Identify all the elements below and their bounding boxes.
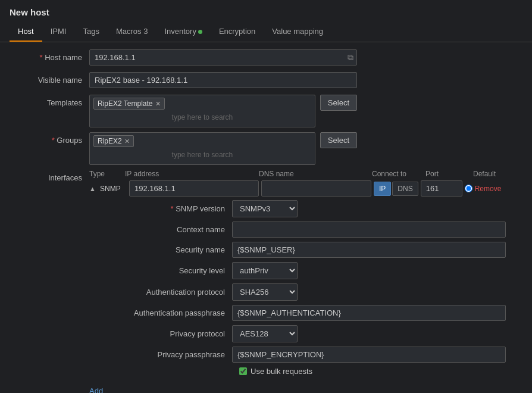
snmp-security-name-label: Security name — [125, 245, 232, 254]
snmp-auth-passphrase-input[interactable] — [232, 305, 506, 321]
interface-row: ▲ SNMP IP DNS Remove — [89, 180, 520, 196]
host-name-control: ⧉ — [89, 49, 357, 66]
templates-select-button[interactable]: Select — [320, 95, 357, 111]
ih-connect-label: Connect to — [372, 170, 425, 178]
tab-inventory[interactable]: Inventory — [156, 22, 210, 42]
ih-dns-label: DNS name — [259, 170, 372, 178]
host-name-input[interactable] — [89, 49, 357, 66]
snmp-details: SNMP version SNMPv3 Context name Securit… — [125, 200, 520, 376]
default-radio-input[interactable] — [465, 185, 472, 192]
host-name-row: Host name ⧉ — [12, 49, 520, 67]
snmp-context-label: Context name — [125, 225, 232, 234]
snmp-security-level-row: Security level authPriv — [125, 262, 520, 279]
template-tag-close[interactable]: ✕ — [155, 100, 161, 108]
tab-tags[interactable]: Tags — [74, 22, 107, 42]
remove-link[interactable]: Remove — [475, 185, 502, 193]
interfaces-label: Interfaces — [12, 170, 89, 182]
template-tag-label: RipEX2 Template — [98, 99, 153, 108]
group-tag-label: RipEX2 — [98, 137, 122, 145]
copy-icon: ⧉ — [348, 52, 353, 63]
snmp-security-name-input[interactable] — [232, 242, 506, 258]
groups-tag-input[interactable]: RipEX2 ✕ type here to search — [89, 132, 315, 165]
connect-ip-button[interactable]: IP — [374, 182, 391, 196]
visible-name-control — [89, 72, 357, 88]
bulk-requests-checkbox[interactable] — [239, 367, 247, 375]
templates-row-with-btn: RipEX2 Template ✕ type here to search Se… — [89, 95, 357, 127]
templates-label: Templates — [12, 95, 89, 107]
visible-name-label: Visible name — [12, 72, 89, 85]
snmp-auth-protocol-row: Authentication protocol SHA256 — [125, 283, 520, 301]
ih-port-label: Port — [425, 170, 473, 178]
host-name-label: Host name — [12, 49, 89, 62]
snmp-privacy-passphrase-label: Privacy passphrase — [125, 350, 232, 359]
interface-port-input[interactable] — [421, 180, 462, 196]
group-tag-close[interactable]: ✕ — [124, 138, 130, 145]
groups-row: Groups RipEX2 ✕ type here to search Sele… — [12, 132, 520, 165]
snmp-auth-protocol-label: Authentication protocol — [125, 288, 232, 297]
collapse-icon[interactable]: ▲ — [89, 185, 98, 192]
groups-placeholder: type here to search — [170, 149, 236, 160]
bulk-requests-row: Use bulk requests — [239, 367, 520, 376]
tab-value-mapping[interactable]: Value mapping — [264, 22, 331, 42]
tab-host[interactable]: Host — [10, 22, 42, 42]
snmp-auth-protocol-select[interactable]: SHA256 — [232, 283, 298, 301]
snmp-privacy-passphrase-row: Privacy passphrase — [125, 347, 520, 363]
window-title: New host — [0, 0, 532, 22]
visible-name-input[interactable] — [89, 72, 357, 88]
ih-default-label: Default — [473, 170, 515, 178]
groups-label: Groups — [12, 132, 89, 145]
snmp-context-row: Context name — [125, 222, 520, 238]
interfaces-section: Interfaces Type IP address DNS name Conn… — [12, 170, 520, 376]
connect-group: IP DNS — [374, 182, 418, 196]
snmp-version-label: SNMP version — [125, 204, 232, 213]
tab-ipmi[interactable]: IPMI — [42, 22, 75, 42]
connect-dns-button[interactable]: DNS — [392, 182, 418, 196]
group-tag: RipEX2 ✕ — [93, 135, 134, 147]
snmp-privacy-protocol-row: Privacy protocol AES128 — [125, 325, 520, 342]
groups-control: RipEX2 ✕ type here to search Select — [89, 132, 357, 165]
groups-select-button[interactable]: Select — [320, 132, 357, 148]
template-tag: RipEX2 Template ✕ — [93, 98, 165, 110]
inventory-dot — [198, 30, 202, 34]
templates-placeholder: type here to search — [170, 112, 236, 123]
host-name-input-wrapper: ⧉ — [89, 49, 357, 66]
snmp-version-select[interactable]: SNMPv3 — [232, 200, 298, 217]
tab-macros[interactable]: Macros 3 — [108, 22, 156, 42]
tab-encryption[interactable]: Encryption — [211, 22, 264, 42]
snmp-auth-passphrase-label: Authentication passphrase — [125, 308, 232, 317]
snmp-context-input[interactable] — [232, 222, 506, 238]
snmp-version-row: SNMP version SNMPv3 — [125, 200, 520, 217]
snmp-privacy-protocol-select[interactable]: AES128 — [232, 325, 298, 342]
interface-dns-input[interactable] — [261, 180, 371, 196]
interface-type-label: SNMP — [100, 185, 127, 193]
snmp-security-level-label: Security level — [125, 266, 232, 275]
ih-type-label: Type — [89, 170, 125, 178]
new-host-window: New host Host IPMI Tags Macros 3 Invento… — [0, 0, 532, 393]
snmp-privacy-passphrase-input[interactable] — [232, 347, 506, 363]
templates-row: Templates RipEX2 Template ✕ type here to… — [12, 95, 520, 127]
form-content: Host name ⧉ Visible name Templates — [0, 42, 532, 393]
add-link[interactable]: Add — [89, 386, 103, 393]
snmp-auth-passphrase-row: Authentication passphrase — [125, 305, 520, 321]
visible-name-row: Visible name — [12, 72, 520, 90]
snmp-security-level-select[interactable]: authPriv — [232, 262, 298, 279]
default-radio — [465, 185, 472, 192]
interfaces-content: Type IP address DNS name Connect to Port… — [89, 170, 520, 376]
interface-ip-input[interactable] — [129, 180, 259, 196]
templates-tag-input[interactable]: RipEX2 Template ✕ type here to search — [89, 95, 315, 127]
groups-row-with-btn: RipEX2 ✕ type here to search Select — [89, 132, 357, 165]
ih-ip-label: IP address — [125, 170, 259, 178]
snmp-security-name-row: Security name — [125, 242, 520, 258]
templates-control: RipEX2 Template ✕ type here to search Se… — [89, 95, 357, 127]
snmp-privacy-protocol-label: Privacy protocol — [125, 329, 232, 338]
tab-bar: Host IPMI Tags Macros 3 Inventory Encryp… — [0, 22, 532, 42]
interfaces-header: Type IP address DNS name Connect to Port… — [89, 170, 520, 180]
bulk-requests-label: Use bulk requests — [251, 367, 312, 376]
